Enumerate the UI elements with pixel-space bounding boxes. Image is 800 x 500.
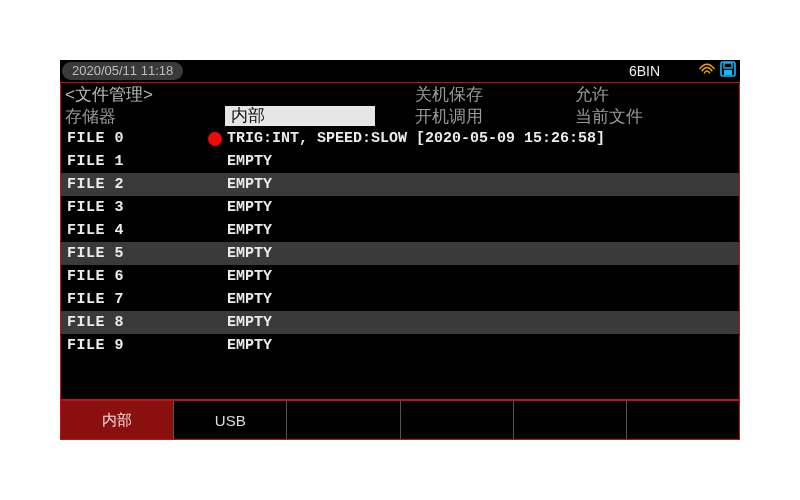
softkey-button[interactable]: USB — [174, 401, 287, 439]
file-desc: EMPTY — [227, 176, 739, 193]
file-active-indicator — [202, 132, 227, 146]
status-datetime: 2020/05/11 11:18 — [62, 62, 183, 80]
file-row[interactable]: FILE 4EMPTY — [61, 219, 739, 242]
file-desc: TRIG:INT, SPEED:SLOW [2020-05-09 15:26:5… — [227, 130, 739, 147]
file-name: FILE 1 — [67, 153, 202, 170]
file-desc: EMPTY — [227, 337, 739, 354]
page-title: <文件管理> — [65, 83, 225, 106]
file-desc: EMPTY — [227, 245, 739, 262]
status-icons — [698, 61, 736, 81]
file-name: FILE 8 — [67, 314, 202, 331]
svg-rect-2 — [724, 70, 732, 75]
save-icon — [720, 61, 736, 81]
shutdown-save-value[interactable]: 允许 — [575, 83, 725, 106]
file-desc: EMPTY — [227, 153, 739, 170]
panel: 2020/05/11 11:18 6BIN — [60, 60, 740, 440]
boot-recall-label: 开机调用 — [415, 105, 575, 128]
file-name: FILE 6 — [67, 268, 202, 285]
softkey-button[interactable]: 内部 — [61, 401, 174, 439]
file-name: FILE 2 — [67, 176, 202, 193]
shutdown-save-label: 关机保存 — [415, 83, 575, 106]
file-name: FILE 7 — [67, 291, 202, 308]
header-block: <文件管理> 关机保存 允许 存储器 内部 开机调用 当前文件 — [61, 83, 739, 127]
active-dot-icon — [208, 132, 222, 146]
file-row[interactable]: FILE 8EMPTY — [61, 311, 739, 334]
svg-rect-1 — [724, 63, 732, 68]
file-desc: EMPTY — [227, 314, 739, 331]
status-bar: 2020/05/11 11:18 6BIN — [60, 60, 740, 82]
file-list: FILE 0TRIG:INT, SPEED:SLOW [2020-05-09 1… — [61, 127, 739, 399]
storage-select[interactable]: 内部 — [225, 106, 375, 126]
file-name: FILE 9 — [67, 337, 202, 354]
file-name: FILE 0 — [67, 130, 202, 147]
softkey-button[interactable] — [627, 401, 739, 439]
boot-recall-value[interactable]: 当前文件 — [575, 105, 725, 128]
file-row[interactable]: FILE 3EMPTY — [61, 196, 739, 219]
file-desc: EMPTY — [227, 291, 739, 308]
file-desc: EMPTY — [227, 268, 739, 285]
file-name: FILE 4 — [67, 222, 202, 239]
file-row[interactable]: FILE 7EMPTY — [61, 288, 739, 311]
file-desc: EMPTY — [227, 199, 739, 216]
storage-label: 存储器 — [65, 105, 225, 128]
instrument-screen: 2020/05/11 11:18 6BIN — [60, 60, 740, 440]
file-desc: EMPTY — [227, 222, 739, 239]
file-row[interactable]: FILE 9EMPTY — [61, 334, 739, 357]
file-name: FILE 5 — [67, 245, 202, 262]
file-row[interactable]: FILE 5EMPTY — [61, 242, 739, 265]
softkey-bar: 内部USB — [60, 400, 740, 440]
file-row[interactable]: FILE 6EMPTY — [61, 265, 739, 288]
file-row[interactable]: FILE 1EMPTY — [61, 150, 739, 173]
file-row[interactable]: FILE 2EMPTY — [61, 173, 739, 196]
file-name: FILE 3 — [67, 199, 202, 216]
file-row[interactable]: FILE 0TRIG:INT, SPEED:SLOW [2020-05-09 1… — [61, 127, 739, 150]
softkey-button[interactable] — [401, 401, 514, 439]
main-area: <文件管理> 关机保存 允许 存储器 内部 开机调用 当前文件 FILE 0TR… — [60, 82, 740, 400]
wifi-icon — [698, 62, 716, 80]
status-mode: 6BIN — [629, 63, 660, 79]
softkey-button[interactable] — [514, 401, 627, 439]
softkey-button[interactable] — [287, 401, 400, 439]
